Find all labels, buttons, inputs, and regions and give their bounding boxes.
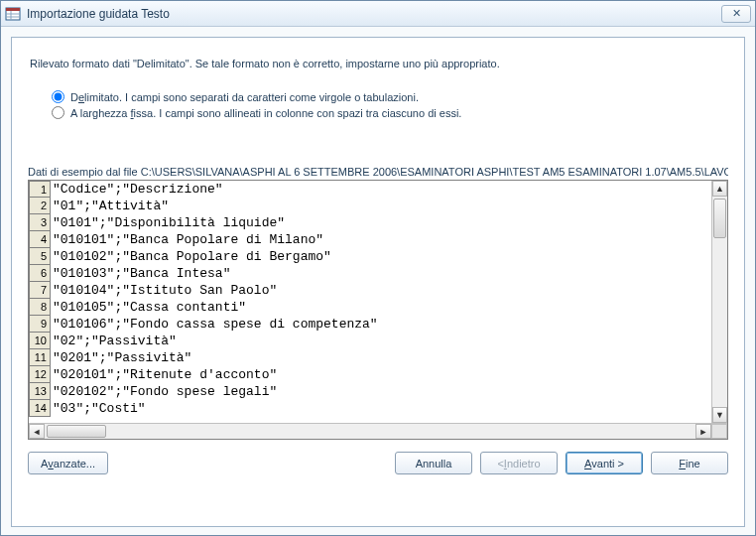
row-number: 10 bbox=[29, 333, 51, 349]
wizard-window: Importazione guidata Testo ✕ Rilevato fo… bbox=[0, 0, 756, 536]
row-text: "010106";"Fondo cassa spese di competenz… bbox=[51, 316, 711, 333]
cancel-button[interactable]: Annulla bbox=[395, 452, 472, 474]
scroll-right-button[interactable]: ► bbox=[695, 424, 711, 439]
row-number: 6 bbox=[29, 265, 51, 282]
hscroll-thumb[interactable] bbox=[47, 425, 106, 438]
row-number: 12 bbox=[29, 366, 51, 383]
close-button[interactable]: ✕ bbox=[721, 5, 751, 23]
row-number: 14 bbox=[29, 400, 51, 417]
radio-fixed-width[interactable] bbox=[52, 106, 64, 119]
row-text: "02";"Passività" bbox=[51, 333, 711, 349]
close-icon: ✕ bbox=[732, 7, 741, 20]
table-row: 1"Codice";"Descrizione" bbox=[29, 181, 711, 198]
scroll-down-button[interactable]: ▼ bbox=[712, 407, 727, 423]
row-text: "010105";"Cassa contanti" bbox=[51, 299, 711, 316]
option-delimited[interactable]: Delimitato. I campi sono separati da car… bbox=[52, 90, 726, 103]
client-area: Rilevato formato dati "Delimitato". Se t… bbox=[1, 27, 755, 535]
vertical-scrollbar[interactable]: ▲ ▼ bbox=[711, 181, 727, 423]
row-number: 11 bbox=[29, 349, 51, 366]
row-text: "020101";"Ritenute d'acconto" bbox=[51, 366, 711, 383]
app-icon bbox=[5, 6, 21, 22]
table-row: 5"010102";"Banca Popolare di Bergamo" bbox=[29, 248, 711, 265]
finish-button[interactable]: Fine bbox=[651, 452, 728, 474]
row-number: 3 bbox=[29, 214, 51, 231]
advanced-button[interactable]: Avanzate... bbox=[28, 452, 108, 474]
table-row: 8"010105";"Cassa contanti" bbox=[29, 299, 711, 316]
row-number: 8 bbox=[29, 299, 51, 316]
hscroll-track[interactable] bbox=[45, 424, 695, 439]
row-text: "010103";"Banca Intesa" bbox=[51, 265, 711, 282]
row-text: "020102";"Fondo spese legali" bbox=[51, 383, 711, 400]
row-number: 1 bbox=[29, 181, 51, 198]
svg-rect-1 bbox=[6, 8, 20, 11]
table-row: 3"0101";"Disponibilità liquide" bbox=[29, 214, 711, 231]
window-title: Importazione guidata Testo bbox=[27, 7, 170, 21]
scroll-up-button[interactable]: ▲ bbox=[712, 181, 727, 197]
radio-delimited[interactable] bbox=[52, 90, 64, 103]
next-button[interactable]: Avanti > bbox=[566, 452, 643, 474]
row-text: "010101";"Banca Popolare di Milano" bbox=[51, 231, 711, 248]
row-text: "0101";"Disponibilità liquide" bbox=[51, 214, 711, 231]
table-row: 2"01";"Attività" bbox=[29, 198, 711, 214]
sample-caption: Dati di esempio dal file C:\USERS\SILVAN… bbox=[28, 166, 728, 178]
row-number: 5 bbox=[29, 248, 51, 265]
table-row: 4"010101";"Banca Popolare di Milano" bbox=[29, 231, 711, 248]
row-text: "03";"Costi" bbox=[51, 400, 711, 417]
row-number: 13 bbox=[29, 383, 51, 400]
row-text: "010102";"Banca Popolare di Bergamo" bbox=[51, 248, 711, 265]
scroll-corner bbox=[711, 424, 727, 439]
vscroll-track[interactable] bbox=[712, 197, 727, 407]
horizontal-scrollbar[interactable]: ◄ ► bbox=[29, 423, 727, 439]
wizard-panel: Rilevato formato dati "Delimitato". Se t… bbox=[11, 37, 745, 527]
option-fixed-width[interactable]: A larghezza fissa. I campi sono allineat… bbox=[52, 106, 726, 119]
row-number: 7 bbox=[29, 282, 51, 299]
row-number: 2 bbox=[29, 198, 51, 214]
row-text: "0201";"Passività" bbox=[51, 349, 711, 366]
row-number: 4 bbox=[29, 231, 51, 248]
table-row: 9"010106";"Fondo cassa spese di competen… bbox=[29, 316, 711, 333]
vscroll-thumb[interactable] bbox=[713, 199, 726, 238]
row-text: "010104";"Istituto San Paolo" bbox=[51, 282, 711, 299]
button-bar: Avanzate... Annulla < Indietro Avanti > … bbox=[28, 452, 728, 474]
option-delimited-label: Delimitato. I campi sono separati da car… bbox=[70, 91, 419, 103]
table-row: 14"03";"Costi" bbox=[29, 400, 711, 417]
table-row: 6"010103";"Banca Intesa" bbox=[29, 265, 711, 282]
titlebar: Importazione guidata Testo ✕ bbox=[1, 1, 755, 27]
format-options: Delimitato. I campi sono separati da car… bbox=[52, 87, 726, 122]
back-button[interactable]: < Indietro bbox=[480, 452, 558, 474]
intro-text: Rilevato formato dati "Delimitato". Se t… bbox=[30, 58, 726, 69]
row-number: 9 bbox=[29, 316, 51, 333]
table-row: 11"0201";"Passività" bbox=[29, 349, 711, 366]
grid-body: 1"Codice";"Descrizione"2"01";"Attività"3… bbox=[29, 181, 727, 423]
grid-rows: 1"Codice";"Descrizione"2"01";"Attività"3… bbox=[29, 181, 711, 417]
grid-content[interactable]: 1"Codice";"Descrizione"2"01";"Attività"3… bbox=[29, 181, 711, 423]
sample-grid: 1"Codice";"Descrizione"2"01";"Attività"3… bbox=[28, 180, 728, 440]
row-text: "Codice";"Descrizione" bbox=[51, 181, 711, 198]
table-row: 7"010104";"Istituto San Paolo" bbox=[29, 282, 711, 299]
table-row: 12"020101";"Ritenute d'acconto" bbox=[29, 366, 711, 383]
scroll-left-button[interactable]: ◄ bbox=[29, 424, 45, 439]
table-row: 13"020102";"Fondo spese legali" bbox=[29, 383, 711, 400]
option-fixed-width-label: A larghezza fissa. I campi sono allineat… bbox=[70, 107, 461, 119]
table-row: 10"02";"Passività" bbox=[29, 333, 711, 349]
row-text: "01";"Attività" bbox=[51, 198, 711, 214]
